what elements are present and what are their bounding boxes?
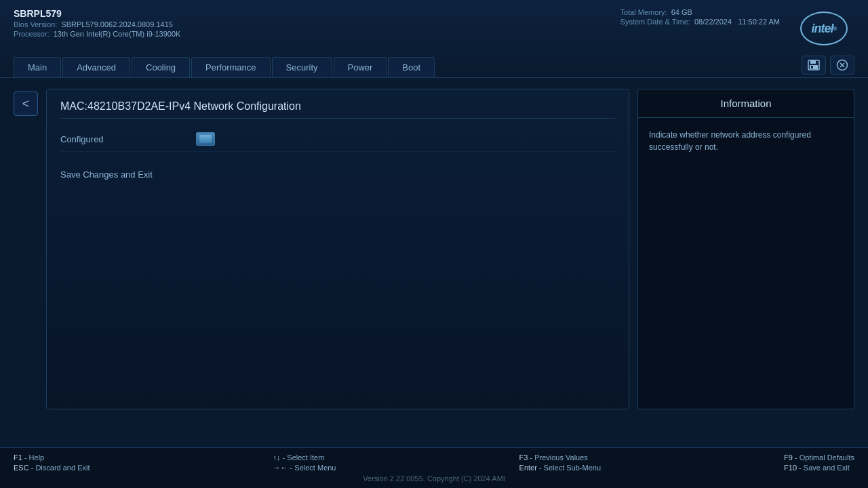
bios-label: Bios Version: bbox=[14, 20, 57, 28]
info-panel-title: Information bbox=[638, 89, 854, 118]
footer-key-group-1: F1 - Help ESC - Discard and Exit bbox=[14, 453, 90, 472]
info-panel: Information Indicate whether network add… bbox=[637, 89, 854, 409]
save-exit-row bbox=[60, 152, 615, 163]
svg-rect-2 bbox=[810, 65, 818, 69]
configured-row[interactable]: Configured bbox=[60, 127, 615, 152]
configured-value bbox=[196, 132, 215, 146]
tab-main[interactable]: Main bbox=[14, 57, 61, 77]
datetime-label: System Date & Time: bbox=[620, 18, 690, 26]
system-info-left: SBRPL579 Bios Version: SBRPL579.0062.202… bbox=[14, 8, 180, 38]
info-panel-content: Indicate whether network address configu… bbox=[638, 118, 854, 164]
bios-version-line: Bios Version: SBRPL579.0062.2024.0809.14… bbox=[14, 20, 180, 28]
svg-rect-1 bbox=[810, 60, 816, 64]
footer-key-f3: F3 - Previous Values bbox=[519, 453, 601, 462]
processor-label: Processor: bbox=[14, 30, 50, 38]
save-changes-exit[interactable]: Save Changes and Exit bbox=[60, 163, 615, 186]
page-title: MAC:48210B37D2AE-IPv4 Network Configurat… bbox=[60, 100, 615, 119]
processor-value: 13th Gen Intel(R) Core(TM) i9-13900K bbox=[54, 30, 181, 38]
system-info-right: Total Memory: 64 GB System Date & Time: … bbox=[620, 8, 780, 26]
footer-key-group-4: F9 - Optimal Defaults F10 - Save and Exi… bbox=[784, 453, 854, 472]
header-right: Total Memory: 64 GB System Date & Time: … bbox=[620, 8, 854, 49]
tab-boot[interactable]: Boot bbox=[388, 57, 435, 77]
datetime-line: System Date & Time: 08/22/2024 11:50:22 … bbox=[620, 18, 780, 26]
model-name: SBRPL579 bbox=[14, 8, 180, 19]
back-button[interactable]: < bbox=[14, 92, 38, 116]
processor-line: Processor: 13th Gen Intel(R) Core(TM) i9… bbox=[14, 30, 180, 38]
tab-advanced[interactable]: Advanced bbox=[62, 57, 130, 77]
content-main-area: MAC:48210B37D2AE-IPv4 Network Configurat… bbox=[38, 89, 854, 409]
close-icon-button[interactable] bbox=[830, 56, 854, 75]
save-icon-button[interactable] bbox=[802, 56, 826, 75]
footer-key-arrows: ↑↓ - Select Item bbox=[273, 453, 336, 462]
footer-key-group-3: F3 - Previous Values Enter - Select Sub-… bbox=[519, 453, 601, 472]
tab-performance[interactable]: Performance bbox=[191, 57, 270, 77]
footer-key-enter: Enter - Select Sub-Menu bbox=[519, 464, 601, 472]
content-panel: MAC:48210B37D2AE-IPv4 Network Configurat… bbox=[46, 89, 629, 409]
intel-logo-text: intel ® bbox=[800, 12, 848, 45]
toggle-icon bbox=[196, 132, 215, 146]
svg-rect-3 bbox=[811, 66, 813, 68]
date-value: 08/22/2024 bbox=[694, 18, 732, 26]
intel-logo: intel ® bbox=[793, 8, 854, 49]
main-content: < MAC:48210B37D2AE-IPv4 Network Configur… bbox=[0, 78, 868, 420]
toggle-icon-inner bbox=[199, 135, 212, 143]
footer-key-esc: ESC - Discard and Exit bbox=[14, 464, 90, 472]
tab-security[interactable]: Security bbox=[272, 57, 332, 77]
tab-cooling[interactable]: Cooling bbox=[132, 57, 190, 77]
header-icons bbox=[802, 56, 854, 77]
header: SBRPL579 Bios Version: SBRPL579.0062.202… bbox=[0, 0, 868, 78]
footer: F1 - Help ESC - Discard and Exit ↑↓ - Se… bbox=[0, 447, 868, 488]
settings-list: Configured Save Changes and Exit bbox=[60, 127, 615, 186]
footer-version: Version 2.22.0055. Copyright (C) 2024 AM… bbox=[14, 474, 854, 483]
configured-label: Configured bbox=[60, 134, 196, 144]
tab-power[interactable]: Power bbox=[334, 57, 387, 77]
header-bottom-row: Main Advanced Cooling Performance Securi… bbox=[14, 56, 854, 77]
time-value: 11:50:22 AM bbox=[738, 18, 780, 26]
memory-label: Total Memory: bbox=[620, 8, 667, 16]
memory-value: 64 GB bbox=[671, 8, 692, 16]
footer-key-group-2: ↑↓ - Select Item →← - Select Menu bbox=[273, 453, 336, 472]
memory-line: Total Memory: 64 GB bbox=[620, 8, 780, 16]
footer-key-f10: F10 - Save and Exit bbox=[784, 464, 854, 472]
bios-version: SBRPL579.0062.2024.0809.1415 bbox=[61, 20, 173, 28]
footer-keys: F1 - Help ESC - Discard and Exit ↑↓ - Se… bbox=[14, 453, 854, 472]
footer-key-f9: F9 - Optimal Defaults bbox=[784, 453, 854, 462]
footer-key-enter-arrows: →← - Select Menu bbox=[273, 464, 336, 472]
footer-key-f1: F1 - Help bbox=[14, 453, 90, 462]
nav-tabs: Main Advanced Cooling Performance Securi… bbox=[14, 57, 435, 77]
